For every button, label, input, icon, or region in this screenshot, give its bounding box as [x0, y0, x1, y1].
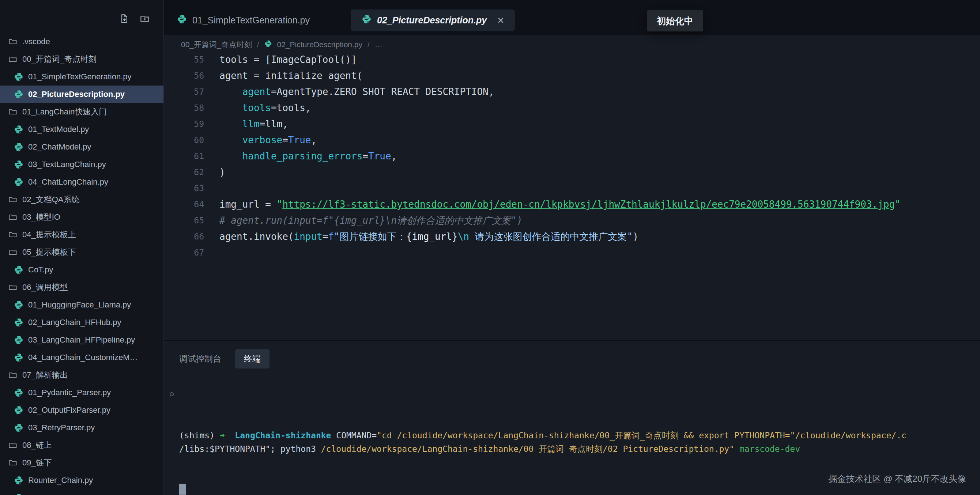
python-icon [14, 353, 24, 362]
breadcrumb-more[interactable]: … [375, 40, 382, 49]
python-icon [14, 388, 24, 397]
breadcrumb-folder[interactable]: 00_开篇词_奇点时刻 [181, 40, 252, 50]
folder-icon [8, 230, 18, 239]
file-tree-item[interactable]: 09_链下 [0, 454, 164, 472]
folder-icon [8, 458, 18, 468]
file-tree-item[interactable]: 05_提示模板下 [0, 244, 164, 261]
line-number: 63 [164, 180, 204, 196]
new-file-button[interactable] [119, 13, 130, 24]
code-line: 60 verbose=True, [164, 132, 980, 148]
file-tree-item[interactable]: Rounter_Chain.py [0, 472, 164, 489]
code-line: 66agent.invoke(input=f"图片链接如下：{img_url}\… [164, 229, 980, 245]
file-tree-item[interactable]: 04_LangChain_CustomizeM… [0, 349, 164, 366]
python-icon [14, 265, 24, 275]
python-icon [14, 476, 24, 485]
python-icon [14, 177, 24, 187]
line-number: 65 [164, 212, 204, 229]
file-name: 09_链下 [22, 457, 52, 468]
file-tree-item[interactable]: 06_调用模型 [0, 279, 164, 296]
python-icon [362, 14, 372, 24]
file-tree-item[interactable]: 08_链上 [0, 436, 164, 454]
file-tree-item[interactable]: 02_OutputFixParser.py [0, 401, 164, 419]
terminal-line: (shims) ➜ LangChain-shizhanke COMMAND="c… [179, 429, 969, 442]
python-icon [14, 300, 24, 310]
breadcrumb-separator: / [257, 40, 259, 49]
terminal-cursor [179, 484, 186, 495]
file-name: 04_LangChain_CustomizeM… [28, 353, 138, 362]
close-icon[interactable]: × [497, 14, 504, 26]
file-tree-item[interactable]: 01_LangChain快速入门 [0, 103, 164, 121]
panel-tab-debug-console[interactable]: 调试控制台 [179, 353, 221, 364]
file-tree-item[interactable]: CoT.py [0, 261, 164, 279]
file-name: 07_解析输出 [22, 369, 68, 380]
file-name: 03_RetryParser.py [28, 423, 95, 433]
file-tree-item[interactable]: 02_文档QA系统 [0, 191, 164, 209]
terminal-line: /libs:$PYTHONPATH"; python3 /cloudide/wo… [179, 442, 969, 456]
file-tree-item[interactable]: 02_LangChain_HFHub.py [0, 314, 164, 331]
file-name: 01_SimpleTextGeneration.py [28, 72, 132, 81]
initializing-toast: 初始化中 [647, 10, 703, 32]
new-folder-button[interactable] [139, 13, 150, 24]
file-name: 01_HugggingFace_Llama.py [28, 300, 131, 310]
python-icon [14, 493, 24, 495]
file-name: 03_模型IO [22, 212, 60, 223]
python-icon [14, 318, 24, 327]
file-tree-item[interactable]: 00_开篇词_奇点时刻 [0, 51, 164, 68]
code-editor[interactable]: 55tools = [ImageCapTool()]56agent = init… [164, 54, 980, 341]
code-line: 57 agent=AgentType.ZERO_SHOT_REACT_DESCR… [164, 84, 980, 100]
file-tree-item[interactable]: 04_提示模板上 [0, 226, 164, 244]
file-name: 04_ChatLongChain.py [28, 177, 108, 187]
file-tree-item[interactable]: 07_解析输出 [0, 366, 164, 384]
file-name: 01_TextModel.py [28, 125, 89, 134]
file-tree-item[interactable]: 03_模型IO [0, 209, 164, 226]
file-tree-item[interactable] [0, 489, 164, 495]
file-name: Rounter_Chain.py [28, 476, 93, 485]
code-line: 64img_url = "https://lf3-static.bytednsd… [164, 196, 980, 212]
tab-02-picturedescription-py[interactable]: 02_PictureDescription.py × [351, 10, 515, 31]
file-tree-item[interactable]: 01_SimpleTextGeneration.py [0, 68, 164, 86]
file-tree-item[interactable]: 04_ChatLongChain.py [0, 173, 164, 191]
code-line: 63 [164, 180, 980, 196]
line-number: 61 [164, 148, 204, 164]
file-tree-item[interactable]: 01_HugggingFace_Llama.py [0, 296, 164, 314]
panel-tab-terminal[interactable]: 终端 [235, 349, 269, 369]
file-name: CoT.py [28, 265, 53, 275]
file-tree-item[interactable]: 01_TextModel.py [0, 121, 164, 138]
command-status-icon [170, 392, 174, 396]
file-tree-item[interactable]: .vscode [0, 33, 164, 51]
python-icon [14, 125, 24, 134]
file-tree-item[interactable]: 03_TextLangChain.py [0, 156, 164, 173]
breadcrumb-file[interactable]: 02_PictureDescription.py [277, 40, 363, 49]
file-tree-item[interactable]: 03_LangChain_HFPipeline.py [0, 331, 164, 349]
line-number: 67 [164, 245, 204, 261]
line-number: 59 [164, 116, 204, 132]
folder-icon [8, 54, 18, 64]
file-explorer: .vscode00_开篇词_奇点时刻01_SimpleTextGeneratio… [0, 0, 164, 495]
code-line: 61 handle_parsing_errors=True, [164, 148, 980, 164]
explorer-actions [119, 13, 150, 24]
folder-icon [8, 247, 18, 257]
python-icon [14, 335, 24, 345]
file-name: .vscode [22, 37, 50, 46]
file-name: 06_调用模型 [22, 282, 68, 293]
line-number: 57 [164, 84, 204, 100]
file-name: 01_LangChain快速入门 [22, 107, 107, 117]
file-name: 02_ChatModel.py [28, 142, 91, 152]
file-tree-item[interactable]: 02_PictureDescription.py [0, 86, 164, 103]
new-file-icon [119, 13, 130, 24]
new-folder-icon [139, 13, 150, 24]
bottom-panel: 调试控制台 终端 (shims) ➜ LangChain-shizhanke C… [164, 341, 980, 495]
folder-icon [8, 283, 18, 292]
tab-label: 01_SimpleTextGeneration.py [192, 15, 310, 25]
file-tree-item[interactable]: 01_Pydantic_Parser.py [0, 384, 164, 401]
code-line: 55tools = [ImageCapTool()] [164, 54, 980, 68]
panel-tab-bar: 调试控制台 终端 [179, 349, 980, 369]
file-name: 04_提示模板上 [22, 229, 76, 240]
editor-tab-bar: 01_SimpleTextGeneration.py 02_PictureDes… [164, 0, 980, 35]
tab-01-simpletextgeneration-py[interactable]: 01_SimpleTextGeneration.py [164, 10, 323, 31]
file-tree-item[interactable]: 02_ChatModel.py [0, 138, 164, 156]
file-tree-item[interactable]: 03_RetryParser.py [0, 419, 164, 436]
file-tree: .vscode00_开篇词_奇点时刻01_SimpleTextGeneratio… [0, 33, 164, 495]
folder-icon [8, 107, 18, 117]
folder-icon [8, 212, 18, 222]
